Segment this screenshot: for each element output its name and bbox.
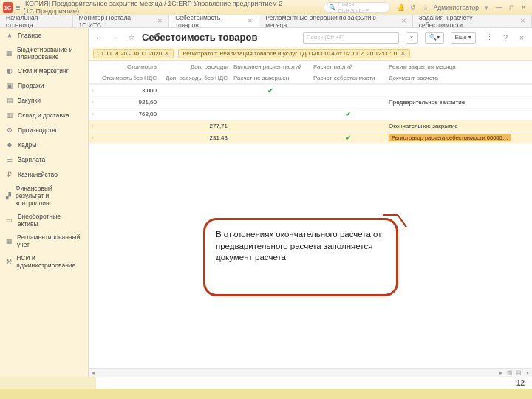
sidebar-item-0[interactable]: ★Главное: [0, 28, 88, 43]
table-row[interactable]: ›3,000✔: [89, 85, 532, 97]
sidebar-item-12[interactable]: ▦Регламентированный учет: [0, 231, 88, 251]
sidebar-icon: ▣: [6, 82, 13, 89]
sidebar-item-9[interactable]: ₽Казначейство: [0, 167, 88, 182]
minimize-button[interactable]: —: [494, 2, 504, 13]
close-icon[interactable]: ✕: [157, 18, 163, 24]
maximize-button[interactable]: ◻: [507, 2, 516, 13]
col-header[interactable]: Режим закрытия месяца: [386, 64, 511, 70]
expand-icon[interactable]: ›: [89, 111, 99, 117]
bell-icon[interactable]: 🔔: [396, 2, 406, 13]
col-header[interactable]: Стоимость без НДС: [99, 75, 160, 81]
sidebar-item-3[interactable]: ▣Продажи: [0, 78, 88, 93]
col-header[interactable]: Расчет не завершен: [231, 75, 310, 81]
expand-icon[interactable]: ›: [89, 134, 99, 141]
annotation-callout: В отклонениях окончательного расчета от …: [203, 218, 398, 296]
close-icon[interactable]: ✕: [164, 50, 169, 57]
sidebar-icon: ▤: [6, 97, 13, 104]
sidebar-icon: ⚒: [6, 258, 12, 265]
tab-1[interactable]: Монитор Портала 1С:ИТС✕: [73, 15, 170, 27]
sidebar-icon: ₽: [6, 171, 13, 178]
sidebar-item-6[interactable]: ⚙Производство: [0, 123, 88, 137]
sidebar-item-8[interactable]: ☰Зарплата: [0, 152, 88, 167]
col-header[interactable]: Расчет партий: [310, 64, 386, 70]
sidebar-item-11[interactable]: ▭Внеоборотные активы: [0, 210, 88, 231]
col-header[interactable]: Документ расчета: [386, 75, 511, 81]
sidebar-icon: ⚙: [6, 126, 13, 134]
window-title: [КОПИЯ] Предварительное закрытие месяца …: [23, 0, 317, 15]
sidebar-item-1[interactable]: ▦Бюджетирование и планирование: [0, 43, 88, 64]
more-button[interactable]: Еще ▾: [451, 32, 477, 44]
sidebar-icon: ▦: [6, 237, 13, 245]
favorite-icon[interactable]: ☆: [126, 32, 137, 44]
back-button[interactable]: ←: [93, 32, 105, 44]
help-icon[interactable]: ?: [499, 32, 511, 44]
scroll-right-icon[interactable]: ▸: [497, 369, 505, 377]
table-row[interactable]: ›231,43✔Регистратор расчета себестоимост…: [89, 132, 532, 144]
menu-icon[interactable]: ≡: [16, 3, 20, 12]
col-header[interactable]: Доп. расходы без НДС: [160, 75, 231, 81]
app-logo: 1C: [3, 2, 13, 13]
expand-icon[interactable]: ›: [89, 99, 99, 106]
close-button[interactable]: ✕: [519, 2, 529, 13]
sidebar-icon: ▞: [6, 192, 11, 200]
table-row[interactable]: ›768,00✔: [89, 109, 532, 120]
grid-menu-button[interactable]: ▥: [505, 369, 514, 377]
sidebar-item-13[interactable]: ⚒НСИ и администрирование: [0, 251, 88, 272]
scroll-left-icon[interactable]: ◂: [89, 369, 98, 377]
sidebar-item-5[interactable]: ▥Склад и доставка: [0, 108, 88, 123]
sidebar-item-4[interactable]: ▤Закупки: [0, 93, 88, 108]
expand-icon[interactable]: ›: [89, 87, 99, 94]
global-search[interactable]: 🔍 Поиск Ctrl+Shift+F: [324, 2, 390, 13]
sidebar-icon: ★: [6, 32, 13, 39]
history-icon[interactable]: ↺: [409, 2, 418, 13]
tab-0[interactable]: Начальная страница: [0, 15, 73, 27]
sidebar-icon: ☰: [6, 156, 13, 163]
table-row[interactable]: ›277,71Окончательное закрытие: [89, 120, 532, 132]
sidebar-item-10[interactable]: ▞Финансовый результат и контроллинг: [0, 182, 88, 210]
registrator-filter[interactable]: Регистратор: Реализация товаров и услуг …: [178, 49, 409, 58]
grid-search[interactable]: Поиск (Ctrl+F): [303, 32, 399, 44]
user-label[interactable]: Администратор: [434, 4, 479, 11]
settings-icon[interactable]: ⋮: [483, 32, 495, 44]
table-row[interactable]: ›921,60Предварительное закрытие: [89, 97, 532, 109]
sidebar-item-2[interactable]: ◐CRM и маркетинг: [0, 64, 88, 78]
col-header[interactable]: Стоимость: [99, 64, 160, 70]
grid-menu-button[interactable]: ▤: [514, 369, 523, 377]
period-filter[interactable]: 01.11.2020 - 30.11.2020✕: [93, 49, 174, 58]
sidebar-icon: ▦: [6, 50, 13, 57]
sidebar-icon: ▥: [6, 112, 13, 119]
expand-icon[interactable]: ›: [89, 123, 99, 129]
col-header[interactable]: Выполнен расчет партий: [231, 64, 310, 70]
dropdown-icon[interactable]: ▾: [482, 2, 491, 13]
close-icon[interactable]: ✕: [401, 18, 406, 24]
grid-menu-button[interactable]: ▾: [523, 369, 532, 377]
page-number: 12: [516, 379, 525, 387]
close-tab-icon[interactable]: ×: [516, 32, 528, 44]
sidebar-icon: ☻: [6, 141, 13, 149]
sidebar-item-7[interactable]: ☻Кадры: [0, 137, 88, 152]
col-header[interactable]: Расчет себестоимости: [310, 75, 386, 81]
tab-2[interactable]: Себестоимость товаров✕: [169, 15, 259, 27]
close-icon[interactable]: ✕: [248, 18, 253, 24]
close-icon[interactable]: ✕: [400, 50, 406, 57]
horizontal-scrollbar[interactable]: ◂ ▸ ▥ ▤ ▾: [89, 368, 532, 377]
sidebar-icon: ◐: [6, 67, 13, 75]
sidebar-icon: ▭: [6, 216, 13, 224]
col-header[interactable]: Доп. расходы: [160, 64, 231, 70]
tab-3[interactable]: Регламентные операции по закрытию месяца…: [259, 15, 413, 27]
page-title: Себестоимость товаров: [142, 32, 257, 43]
filter-button[interactable]: 🔍▾: [425, 32, 444, 44]
forward-button[interactable]: →: [109, 32, 121, 44]
clear-search-button[interactable]: ×: [406, 32, 418, 44]
document-link[interactable]: Регистратор расчета себестоимости 000000…: [389, 134, 511, 141]
close-icon[interactable]: ✕: [520, 18, 525, 24]
star-icon[interactable]: ☆: [421, 2, 431, 13]
tab-4[interactable]: Задания к расчету себестоимости✕: [413, 15, 532, 27]
